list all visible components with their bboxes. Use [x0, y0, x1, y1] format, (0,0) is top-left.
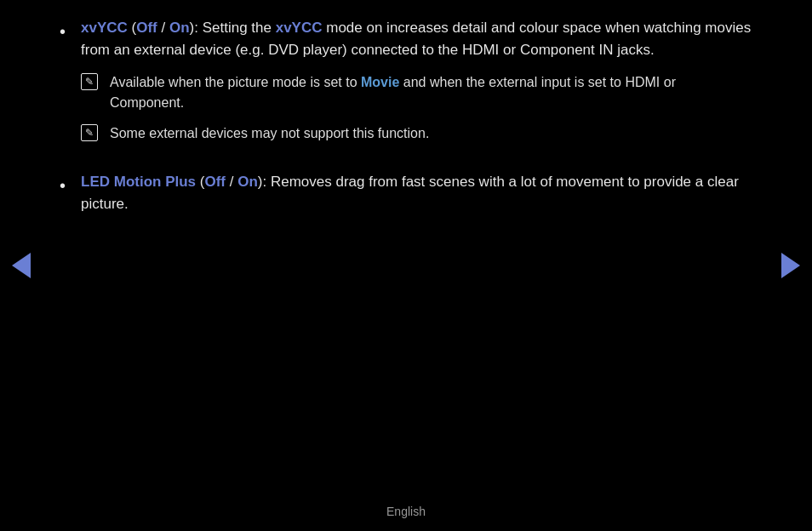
item-xvycc-text: xvYCC (Off / On): Setting the xvYCC mode… [81, 17, 752, 154]
note-icon-2 [81, 124, 98, 141]
led-term: LED Motion Plus [81, 174, 196, 190]
bullet-dot: • [60, 19, 66, 44]
prev-button[interactable] [9, 253, 34, 278]
note-item-1: Available when the picture mode is set t… [81, 72, 752, 113]
xvycc-slash: / [157, 20, 169, 36]
xvycc-term: xvYCC [81, 20, 128, 36]
xvycc-term2: xvYCC [276, 20, 323, 36]
language-label: English [386, 505, 426, 518]
bullet-dot-2: • [60, 173, 66, 198]
footer: English [0, 503, 812, 521]
item-led-text: LED Motion Plus (Off / On): Removes drag… [81, 171, 752, 214]
xvycc-off: Off [136, 20, 157, 36]
page-wrapper: • xvYCC (Off / On): Setting the xvYCC mo… [0, 0, 812, 531]
main-content: • xvYCC (Off / On): Setting the xvYCC mo… [0, 0, 812, 248]
xvycc-notes: Available when the picture mode is set t… [81, 72, 752, 144]
led-on: On [237, 174, 258, 190]
bullet-list: • xvYCC (Off / On): Setting the xvYCC mo… [60, 17, 752, 214]
list-item: • LED Motion Plus (Off / On): Removes dr… [60, 171, 752, 214]
xvycc-on: On [169, 20, 190, 36]
led-slash: / [226, 174, 237, 190]
note-text-1: Available when the picture mode is set t… [110, 72, 752, 113]
next-button[interactable] [778, 253, 803, 278]
xvycc-desc: : Setting the [194, 20, 275, 36]
note-text-2: Some external devices may not support th… [110, 123, 752, 144]
note-item-2: Some external devices may not support th… [81, 123, 752, 144]
led-off: Off [204, 174, 226, 190]
list-item: • xvYCC (Off / On): Setting the xvYCC mo… [60, 17, 752, 154]
movie-link: Movie [361, 75, 399, 89]
note-icon-1 [81, 73, 98, 90]
